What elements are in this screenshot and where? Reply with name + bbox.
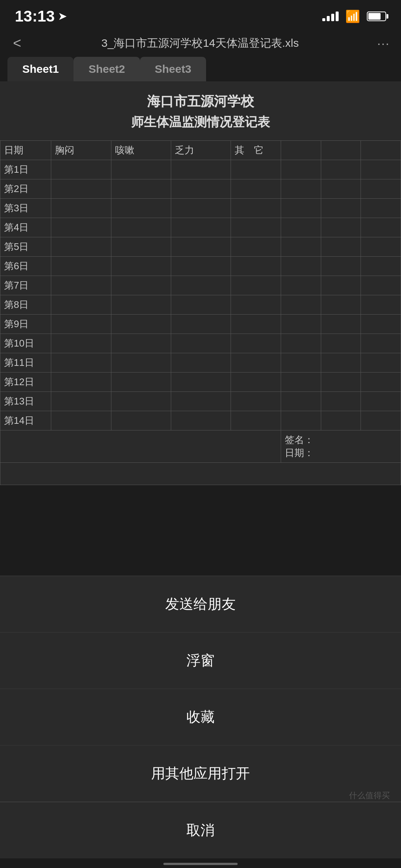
row-date-6: 第6日 xyxy=(0,257,51,276)
more-button[interactable]: ··· xyxy=(377,36,390,51)
row-cell-3-6 xyxy=(321,199,361,218)
home-indicator xyxy=(0,858,401,868)
row-date-2: 第2日 xyxy=(0,179,51,199)
send-friend-button[interactable]: 发送给朋友 xyxy=(0,576,401,633)
row-cell-1-5 xyxy=(281,160,321,179)
row-cell-14-6 xyxy=(321,411,361,430)
home-bar xyxy=(163,863,238,865)
title-line1: 海口市五源河学校 xyxy=(7,92,394,111)
table-footer-row: 签名： 日期： xyxy=(0,430,401,463)
row-cell-3-7 xyxy=(361,199,401,218)
table-row: 第3日 xyxy=(0,199,401,218)
row-cell-7-5 xyxy=(281,276,321,295)
row-cell-8-3 xyxy=(171,295,231,315)
row-date-12: 第12日 xyxy=(0,373,51,392)
table-row: 第14日 xyxy=(0,411,401,430)
row-date-7: 第7日 xyxy=(0,276,51,295)
header-extra3 xyxy=(361,141,401,160)
row-date-8: 第8日 xyxy=(0,295,51,315)
row-date-5: 第5日 xyxy=(0,237,51,257)
row-cell-12-2 xyxy=(111,373,171,392)
floating-window-button[interactable]: 浮窗 xyxy=(0,633,401,689)
row-cell-11-4 xyxy=(231,353,281,373)
row-date-10: 第10日 xyxy=(0,334,51,353)
tab-sheet1[interactable]: Sheet1 xyxy=(7,57,74,81)
row-cell-1-7 xyxy=(361,160,401,179)
title-line2: 师生体温监测情况登记表 xyxy=(7,114,394,131)
table-row: 第2日 xyxy=(0,179,401,199)
table-row: 第6日 xyxy=(0,257,401,276)
row-cell-1-6 xyxy=(321,160,361,179)
tab-sheet2[interactable]: Sheet2 xyxy=(74,57,140,81)
row-cell-12-5 xyxy=(281,373,321,392)
table-row: 第10日 xyxy=(0,334,401,353)
row-cell-2-5 xyxy=(281,179,321,199)
row-cell-14-1 xyxy=(51,411,111,430)
row-date-1: 第1日 xyxy=(0,160,51,179)
collect-button[interactable]: 收藏 xyxy=(0,689,401,745)
row-date-9: 第9日 xyxy=(0,315,51,334)
row-cell-13-2 xyxy=(111,392,171,411)
sign-text: 签名： xyxy=(285,433,397,446)
row-cell-7-3 xyxy=(171,276,231,295)
header-extra1 xyxy=(281,141,321,160)
watermark: 什么值得买 xyxy=(349,790,390,801)
sheet-tabs: Sheet1 Sheet2 Sheet3 xyxy=(0,57,401,81)
row-cell-6-6 xyxy=(321,257,361,276)
row-cell-6-7 xyxy=(361,257,401,276)
row-cell-5-7 xyxy=(361,237,401,257)
row-cell-6-2 xyxy=(111,257,171,276)
spreadsheet-area: 海口市五源河学校 师生体温监测情况登记表 日期 胸闷 咳嗽 乏力 其 它 第1日… xyxy=(0,81,401,485)
row-cell-7-2 xyxy=(111,276,171,295)
footer-empty xyxy=(0,430,281,463)
table-row: 第12日 xyxy=(0,373,401,392)
spreadsheet-title: 海口市五源河学校 师生体温监测情况登记表 xyxy=(0,81,401,140)
table-row: 第4日 xyxy=(0,218,401,237)
row-cell-9-6 xyxy=(321,315,361,334)
row-cell-13-5 xyxy=(281,392,321,411)
row-cell-3-1 xyxy=(51,199,111,218)
wifi-icon: 📶 xyxy=(345,9,360,23)
open-other-button[interactable]: 用其他应用打开 xyxy=(0,745,401,802)
row-cell-2-4 xyxy=(231,179,281,199)
row-cell-7-6 xyxy=(321,276,361,295)
row-cell-12-1 xyxy=(51,373,111,392)
table-row: 第7日 xyxy=(0,276,401,295)
row-cell-8-6 xyxy=(321,295,361,315)
row-cell-10-7 xyxy=(361,334,401,353)
row-cell-10-3 xyxy=(171,334,231,353)
row-cell-14-3 xyxy=(171,411,231,430)
row-cell-10-6 xyxy=(321,334,361,353)
row-cell-11-1 xyxy=(51,353,111,373)
row-cell-6-4 xyxy=(231,257,281,276)
row-cell-2-2 xyxy=(111,179,171,199)
row-cell-6-1 xyxy=(51,257,111,276)
row-cell-4-7 xyxy=(361,218,401,237)
row-cell-9-7 xyxy=(361,315,401,334)
row-cell-12-3 xyxy=(171,373,231,392)
row-cell-10-5 xyxy=(281,334,321,353)
header-zali: 乏力 xyxy=(171,141,231,160)
row-date-4: 第4日 xyxy=(0,218,51,237)
row-cell-14-4 xyxy=(231,411,281,430)
row-cell-5-6 xyxy=(321,237,361,257)
table-row: 第11日 xyxy=(0,353,401,373)
row-cell-9-4 xyxy=(231,315,281,334)
row-date-11: 第11日 xyxy=(0,353,51,373)
tab-sheet3[interactable]: Sheet3 xyxy=(140,57,206,81)
back-button[interactable]: < xyxy=(11,33,23,53)
cancel-button[interactable]: 取消 xyxy=(0,802,401,858)
row-cell-2-3 xyxy=(171,179,231,199)
row-cell-13-1 xyxy=(51,392,111,411)
row-cell-11-3 xyxy=(171,353,231,373)
date-text: 日期： xyxy=(285,446,397,459)
row-cell-13-3 xyxy=(171,392,231,411)
action-sheet: 发送给朋友 浮窗 收藏 用其他应用打开 取消 xyxy=(0,576,401,868)
table-row: 第13日 xyxy=(0,392,401,411)
row-cell-8-4 xyxy=(231,295,281,315)
row-cell-3-3 xyxy=(171,199,231,218)
row-cell-13-4 xyxy=(231,392,281,411)
row-cell-12-6 xyxy=(321,373,361,392)
row-cell-7-7 xyxy=(361,276,401,295)
row-cell-7-4 xyxy=(231,276,281,295)
